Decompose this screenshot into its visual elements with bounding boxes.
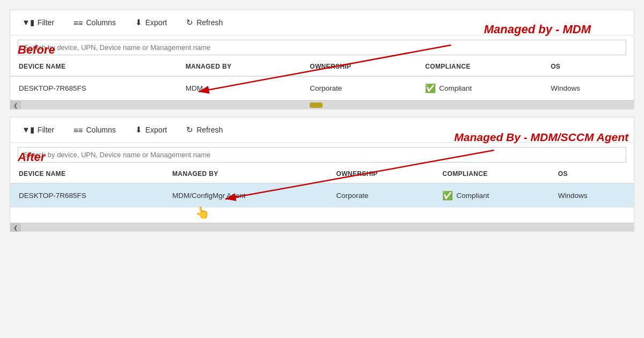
after-label: After	[18, 150, 45, 164]
before-export-button[interactable]: ⬇ Export	[132, 16, 170, 30]
after-col-ownership: OWNERSHIP	[327, 165, 434, 183]
hand-cursor-icon: 👆	[194, 205, 210, 221]
after-annotation-title: Managed By - MDM/SCCM Agent	[454, 131, 628, 143]
after-scroll-left[interactable]: ❮	[10, 223, 21, 232]
refresh-icon: ↻	[186, 18, 193, 27]
before-ownership: Corporate	[301, 76, 416, 100]
after-col-device: DEVICE NAME	[10, 165, 164, 183]
before-columns-button[interactable]: ≡≡ Columns	[70, 16, 119, 30]
after-col-compliance: COMPLIANCE	[434, 165, 549, 183]
after-col-managed: MANAGED BY	[164, 165, 327, 183]
before-table-header-row: DEVICE NAME MANAGED BY OWNERSHIP COMPLIA…	[10, 57, 634, 76]
columns-icon-after: ≡≡	[74, 126, 83, 135]
filter-icon-after: ▼▮	[22, 125, 34, 135]
after-compliance-value: Compliant	[456, 192, 489, 200]
after-managed-by: MDM/ConfigMgr Agent 👆	[164, 183, 327, 208]
before-managed-by: MDM	[177, 76, 302, 100]
after-columns-label: Columns	[86, 126, 116, 134]
before-search-input[interactable]	[18, 40, 626, 55]
after-search-input[interactable]	[18, 147, 626, 163]
before-annotation-title: Managed by - MDM	[484, 23, 591, 36]
after-refresh-label: Refresh	[196, 126, 223, 134]
after-compliance: ✅ Compliant	[434, 183, 549, 208]
before-col-compliance: COMPLIANCE	[416, 57, 542, 76]
before-os: Windows	[542, 76, 634, 100]
before-filter-label: Filter	[38, 18, 54, 27]
before-scrollbar[interactable]: ❮	[10, 100, 634, 109]
after-export-label: Export	[145, 126, 167, 134]
after-export-button[interactable]: ⬇ Export	[132, 123, 170, 137]
before-panel: ▼▮ Filter ≡≡ Columns ⬇ Export ↻ Refresh …	[10, 10, 634, 109]
filter-icon: ▼▮	[22, 18, 34, 27]
before-table: DEVICE NAME MANAGED BY OWNERSHIP COMPLIA…	[10, 57, 634, 100]
after-filter-button[interactable]: ▼▮ Filter	[19, 123, 57, 137]
before-col-managed: MANAGED BY	[177, 57, 302, 76]
before-filter-button[interactable]: ▼▮ Filter	[19, 16, 57, 30]
before-export-label: Export	[145, 18, 167, 27]
table-row: DESKTOP-7R685FS MDM/ConfigMgr Agent 👆 Co…	[10, 183, 634, 208]
before-device-name: DESKTOP-7R685FS	[10, 76, 177, 100]
before-refresh-button[interactable]: ↻ Refresh	[183, 16, 226, 30]
compliant-icon-after: ✅	[442, 190, 453, 201]
before-col-ownership: OWNERSHIP	[301, 57, 416, 76]
before-col-device: DEVICE NAME	[10, 57, 177, 76]
compliant-icon: ✅	[425, 83, 436, 93]
export-icon: ⬇	[135, 18, 142, 27]
before-scroll-left[interactable]: ❮	[10, 101, 21, 109]
after-columns-button[interactable]: ≡≡ Columns	[70, 123, 119, 137]
after-col-os: OS	[550, 165, 634, 183]
after-filter-label: Filter	[38, 126, 54, 134]
before-columns-label: Columns	[86, 18, 116, 27]
before-col-os: OS	[542, 57, 634, 76]
before-label: Before	[18, 43, 55, 57]
after-device-name: DESKTOP-7R685FS	[10, 183, 164, 208]
before-refresh-label: Refresh	[196, 18, 223, 27]
before-compliance: ✅ Compliant	[416, 76, 542, 100]
after-refresh-button[interactable]: ↻ Refresh	[183, 123, 226, 137]
before-scrollbar-thumb[interactable]	[310, 102, 323, 108]
after-table-header-row: DEVICE NAME MANAGED BY OWNERSHIP COMPLIA…	[10, 165, 634, 183]
after-ownership: Corporate	[327, 183, 434, 208]
after-os: Windows	[550, 183, 634, 208]
refresh-icon-after: ↻	[186, 125, 193, 135]
before-compliance-value: Compliant	[439, 84, 472, 92]
after-table: DEVICE NAME MANAGED BY OWNERSHIP COMPLIA…	[10, 165, 634, 208]
columns-icon: ≡≡	[74, 18, 83, 27]
after-panel: ▼▮ Filter ≡≡ Columns ⬇ Export ↻ Refresh …	[10, 117, 634, 232]
export-icon-after: ⬇	[135, 125, 142, 135]
table-row: DESKTOP-7R685FS MDM Corporate ✅ Complian…	[10, 76, 634, 100]
after-scrollbar[interactable]: ❮	[10, 223, 634, 231]
